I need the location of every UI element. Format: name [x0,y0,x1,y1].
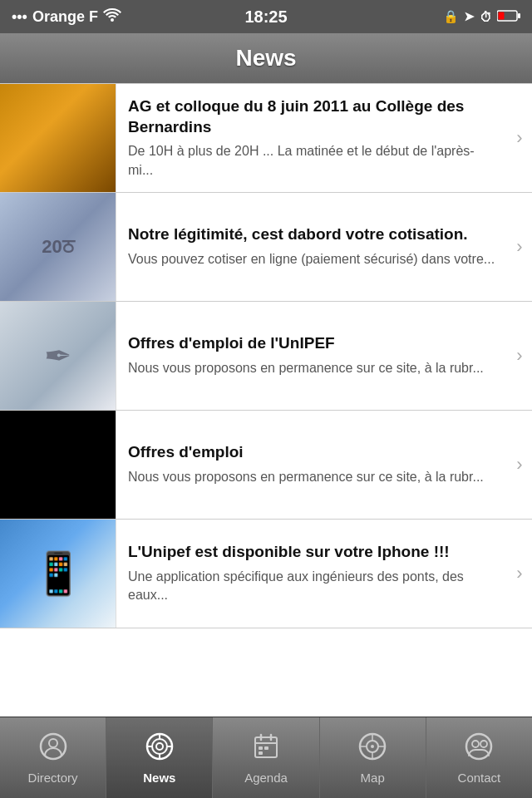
svg-point-4 [49,739,57,747]
tab-agenda-label: Agenda [244,771,288,785]
news-arrow-3: › [507,302,532,410]
news-excerpt-5: Une application spécifique aux ingénieur… [128,568,499,605]
news-icon [145,732,175,767]
svg-point-21 [371,745,374,748]
svg-rect-17 [264,746,268,750]
news-thumb-5 [0,520,116,628]
news-title-4: Offres d'emploi [128,442,499,463]
svg-rect-1 [518,13,520,18]
svg-point-26 [466,734,491,759]
tab-bar: Directory News [0,717,532,798]
wifi-icon [103,8,121,26]
battery-icon [497,10,520,24]
news-thumb-3 [0,302,116,410]
tab-map[interactable]: Map [320,717,426,798]
clock-icon: ⏱ [480,10,492,24]
news-title-2: Notre légitimité, cest dabord votre coti… [128,224,499,245]
map-icon [357,732,387,767]
news-title-1: AG et colloque du 8 juin 2011 au Collège… [128,96,499,137]
status-left: ••• Orange F [12,8,121,26]
news-item-1[interactable]: AG et colloque du 8 juin 2011 au Collège… [0,83,532,193]
news-thumb-4 [0,411,116,519]
tab-map-label: Map [361,771,385,785]
tab-news-label: News [143,771,175,785]
news-arrow-5: › [507,520,532,628]
page-title: News [235,45,296,71]
news-item-2[interactable]: Notre légitimité, cest dabord votre coti… [0,193,532,302]
news-title-5: L'Unipef est disponible sur votre Iphone… [128,542,499,563]
directory-icon [38,732,68,767]
news-item-5[interactable]: L'Unipef est disponible sur votre Iphone… [0,520,532,628]
location-icon: ➤ [464,9,475,24]
tab-directory-label: Directory [28,771,78,785]
news-list: AG et colloque du 8 juin 2011 au Collège… [0,83,532,628]
svg-rect-18 [259,751,263,755]
news-item-3[interactable]: Offres d'emploi de l'UnIPEF Nous vous pr… [0,302,532,411]
tab-news[interactable]: News [106,717,213,798]
svg-point-7 [156,743,163,750]
agenda-icon [251,732,281,767]
page-header: News [0,33,532,83]
signal-icon: ••• [12,8,27,26]
news-excerpt-3: Nous vous proposons en permanence sur ce… [128,359,499,377]
contact-icon [464,732,494,767]
status-right: 🔒 ➤ ⏱ [443,9,520,24]
svg-point-28 [480,741,487,747]
news-excerpt-4: Nous vous proposons en permanence sur ce… [128,468,499,486]
news-arrow-4: › [507,411,532,519]
svg-point-27 [472,741,479,747]
status-bar: ••• Orange F 18:25 🔒 ➤ ⏱ [0,0,532,33]
lock-icon: 🔒 [443,9,459,24]
news-thumb-2 [0,193,116,301]
tab-directory[interactable]: Directory [0,717,106,798]
news-excerpt-2: Vous pouvez cotiser en ligne (paiement s… [128,250,499,268]
news-title-3: Offres d'emploi de l'UnIPEF [128,333,499,354]
carrier-label: Orange F [32,8,98,26]
news-excerpt-1: De 10H à plus de 20H ... La matinée et l… [128,142,499,180]
time-display: 18:25 [244,7,287,27]
news-content-3: Offres d'emploi de l'UnIPEF Nous vous pr… [116,302,507,410]
news-arrow-1: › [507,84,532,192]
tab-contact-label: Contact [458,771,501,785]
svg-rect-16 [259,746,263,750]
news-arrow-2: › [507,193,532,301]
tab-agenda[interactable]: Agenda [213,717,319,798]
news-content-2: Notre légitimité, cest dabord votre coti… [116,193,507,301]
news-content-4: Offres d'emploi Nous vous proposons en p… [116,411,507,519]
news-item-4[interactable]: Offres d'emploi Nous vous proposons en p… [0,411,532,520]
news-thumb-1 [0,84,116,192]
svg-rect-2 [499,12,505,19]
tab-contact[interactable]: Contact [426,717,532,798]
svg-point-6 [152,739,167,754]
news-content-5: L'Unipef est disponible sur votre Iphone… [116,520,507,628]
news-content-1: AG et colloque du 8 juin 2011 au Collège… [116,84,507,192]
